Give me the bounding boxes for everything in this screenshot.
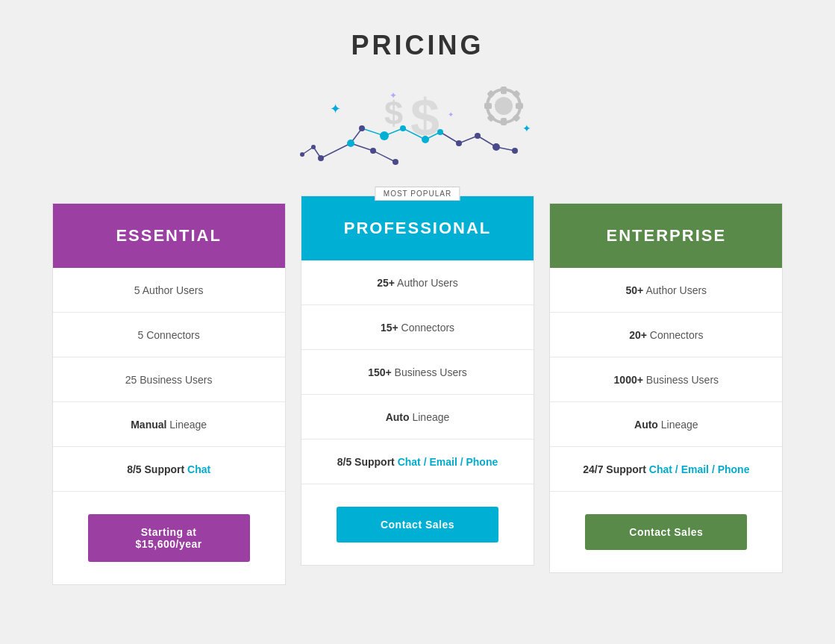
pricing-container: ESSENTIAL 5 Author Users 5 Connectors 25… xyxy=(45,203,791,585)
enterprise-title: ENTERPRISE xyxy=(565,226,767,246)
enterprise-support-text: 24/7 Support Chat / Email / Phone xyxy=(583,463,749,475)
svg-point-30 xyxy=(359,125,365,131)
professional-lineage: Auto Lineage xyxy=(301,395,534,440)
enterprise-support: 24/7 Support Chat / Email / Phone xyxy=(550,447,782,492)
enterprise-header: ENTERPRISE xyxy=(550,204,782,268)
svg-text:✦: ✦ xyxy=(330,101,341,116)
essential-support: 8/5 Support Chat xyxy=(53,447,285,492)
svg-rect-4 xyxy=(501,87,507,94)
essential-lineage-text: Manual Lineage xyxy=(131,419,207,431)
enterprise-connectors: 20+ Connectors xyxy=(550,313,782,357)
enterprise-connectors-text: 20+ Connectors xyxy=(629,329,703,341)
professional-header: PROFESSIONAL xyxy=(301,196,534,260)
enterprise-lineage-text: Auto Lineage xyxy=(634,419,698,431)
svg-line-12 xyxy=(321,143,351,158)
enterprise-business-users-text: 1000+ Business Users xyxy=(614,374,719,386)
svg-rect-7 xyxy=(516,103,523,109)
svg-text:✦: ✦ xyxy=(448,110,454,119)
essential-author-users-text: 5 Author Users xyxy=(134,284,204,296)
svg-point-38 xyxy=(512,148,518,154)
svg-point-37 xyxy=(492,143,500,151)
professional-support-text: 8/5 Support Chat / Email / Phone xyxy=(337,456,498,468)
essential-header: ESSENTIAL xyxy=(53,204,285,268)
svg-point-32 xyxy=(400,125,406,131)
svg-text:✦: ✦ xyxy=(522,122,531,134)
svg-line-14 xyxy=(373,151,395,162)
essential-connectors: 5 Connectors xyxy=(53,313,285,357)
most-popular-badge: MOST POPULAR xyxy=(375,187,460,201)
professional-lineage-text: Auto Lineage xyxy=(386,411,450,423)
essential-title: ESSENTIAL xyxy=(68,226,270,246)
professional-business-users-text: 150+ Business Users xyxy=(368,366,467,378)
essential-business-users: 25 Business Users xyxy=(53,357,285,402)
professional-author-users: 25+ Author Users xyxy=(301,260,534,305)
enterprise-author-users-text: 50+ Author Users xyxy=(626,284,707,296)
enterprise-features: 50+ Author Users 20+ Connectors 1000+ Bu… xyxy=(550,268,782,492)
essential-connectors-text: 5 Connectors xyxy=(138,329,200,341)
professional-title: PROFESSIONAL xyxy=(316,219,519,238)
svg-line-20 xyxy=(440,132,459,143)
professional-footer: Contact Sales xyxy=(301,484,534,565)
svg-point-36 xyxy=(475,133,481,139)
svg-rect-5 xyxy=(501,118,507,125)
hero-illustration: $ $ xyxy=(276,76,560,173)
svg-point-40 xyxy=(300,152,304,157)
svg-text:✦: ✦ xyxy=(390,90,397,101)
enterprise-cta-button[interactable]: Contact Sales xyxy=(585,514,747,550)
enterprise-lineage: Auto Lineage xyxy=(550,402,782,447)
svg-point-34 xyxy=(437,129,443,135)
plan-essential: ESSENTIAL 5 Author Users 5 Connectors 25… xyxy=(52,203,286,585)
svg-point-29 xyxy=(393,159,398,165)
enterprise-author-users: 50+ Author Users xyxy=(550,268,782,313)
professional-connectors-text: 15+ Connectors xyxy=(381,322,454,334)
svg-point-26 xyxy=(318,155,324,161)
professional-features: 25+ Author Users 15+ Connectors 150+ Bus… xyxy=(301,260,534,484)
enterprise-footer: Contact Sales xyxy=(550,492,782,572)
svg-point-27 xyxy=(347,140,354,147)
essential-features: 5 Author Users 5 Connectors 25 Business … xyxy=(53,268,285,492)
svg-point-33 xyxy=(422,136,429,143)
svg-point-31 xyxy=(380,131,389,140)
page-title: PRICING xyxy=(351,30,484,61)
plan-professional: MOST POPULAR PROFESSIONAL 25+ Author Use… xyxy=(301,196,534,566)
svg-point-39 xyxy=(311,145,316,149)
svg-rect-6 xyxy=(484,103,492,109)
professional-cta-button[interactable]: Contact Sales xyxy=(337,507,498,543)
essential-business-users-text: 25 Business Users xyxy=(125,374,213,386)
essential-cta-button[interactable]: Starting at $15,600/year xyxy=(88,514,250,562)
svg-line-21 xyxy=(459,136,478,143)
essential-support-text: 8/5 Support Chat xyxy=(127,463,210,475)
svg-point-35 xyxy=(456,140,462,146)
enterprise-business-users: 1000+ Business Users xyxy=(550,357,782,402)
svg-point-3 xyxy=(495,97,513,115)
essential-footer: Starting at $15,600/year xyxy=(53,492,285,584)
professional-connectors: 15+ Connectors xyxy=(301,305,534,350)
essential-lineage: Manual Lineage xyxy=(53,402,285,447)
essential-author-users: 5 Author Users xyxy=(53,268,285,313)
professional-business-users: 150+ Business Users xyxy=(301,350,534,395)
plan-enterprise: ENTERPRISE 50+ Author Users 20+ Connecto… xyxy=(549,203,783,573)
professional-support: 8/5 Support Chat / Email / Phone xyxy=(301,440,534,484)
svg-point-28 xyxy=(370,148,376,154)
professional-author-users-text: 25+ Author Users xyxy=(377,277,458,289)
